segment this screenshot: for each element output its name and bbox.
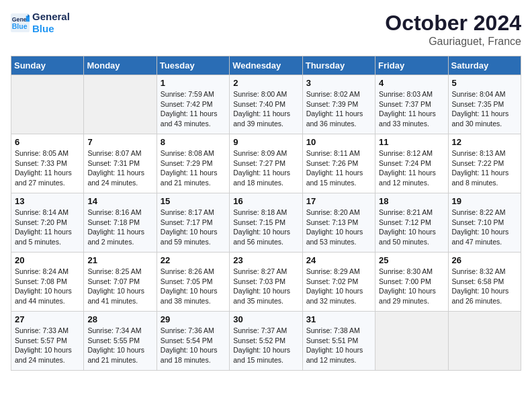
calendar-week-3: 13Sunrise: 8:14 AM Sunset: 7:20 PM Dayli… (11, 193, 521, 253)
calendar-cell: 31Sunrise: 7:38 AM Sunset: 5:51 PM Dayli… (302, 312, 375, 371)
cell-info: Sunrise: 7:37 AM Sunset: 5:52 PM Dayligh… (233, 326, 298, 365)
day-number: 12 (452, 137, 517, 147)
calendar-cell (84, 75, 157, 134)
month-title: October 2024 (385, 11, 521, 36)
cell-info: Sunrise: 7:33 AM Sunset: 5:57 PM Dayligh… (15, 326, 80, 365)
calendar-week-5: 27Sunrise: 7:33 AM Sunset: 5:57 PM Dayli… (11, 312, 521, 371)
cell-info: Sunrise: 8:24 AM Sunset: 7:08 PM Dayligh… (15, 267, 80, 306)
day-number: 17 (306, 196, 371, 206)
calendar-table: SundayMondayTuesdayWednesdayThursdayFrid… (11, 56, 521, 371)
calendar-cell: 26Sunrise: 8:32 AM Sunset: 6:58 PM Dayli… (448, 253, 521, 312)
title-block: October 2024 Gauriaguet, France (385, 11, 521, 48)
day-number: 9 (233, 137, 298, 147)
cell-info: Sunrise: 8:20 AM Sunset: 7:13 PM Dayligh… (306, 208, 371, 247)
cell-info: Sunrise: 8:04 AM Sunset: 7:35 PM Dayligh… (452, 89, 517, 129)
svg-text:Blue: Blue (12, 22, 28, 30)
day-number: 31 (306, 314, 371, 324)
cell-info: Sunrise: 8:14 AM Sunset: 7:20 PM Dayligh… (15, 208, 80, 247)
calendar-cell: 1Sunrise: 7:59 AM Sunset: 7:42 PM Daylig… (157, 75, 229, 134)
calendar-cell: 5Sunrise: 8:04 AM Sunset: 7:35 PM Daylig… (448, 75, 521, 134)
day-header-saturday: Saturday (448, 56, 521, 75)
cell-info: Sunrise: 8:00 AM Sunset: 7:40 PM Dayligh… (233, 89, 298, 129)
cell-info: Sunrise: 8:16 AM Sunset: 7:18 PM Dayligh… (87, 208, 152, 247)
day-number: 4 (379, 78, 444, 88)
logo-general: General (32, 11, 70, 23)
calendar-cell: 12Sunrise: 8:13 AM Sunset: 7:22 PM Dayli… (448, 134, 521, 193)
calendar-cell: 20Sunrise: 8:24 AM Sunset: 7:08 PM Dayli… (11, 253, 84, 312)
day-number: 3 (306, 78, 371, 88)
day-number: 2 (233, 78, 298, 88)
calendar-cell: 6Sunrise: 8:05 AM Sunset: 7:33 PM Daylig… (11, 134, 84, 193)
calendar-header-row: SundayMondayTuesdayWednesdayThursdayFrid… (11, 56, 521, 75)
day-number: 19 (452, 196, 517, 206)
day-number: 8 (161, 137, 226, 147)
cell-info: Sunrise: 8:27 AM Sunset: 7:03 PM Dayligh… (233, 267, 298, 306)
calendar-cell (11, 75, 84, 134)
day-number: 15 (161, 196, 226, 206)
calendar-week-4: 20Sunrise: 8:24 AM Sunset: 7:08 PM Dayli… (11, 253, 521, 312)
cell-info: Sunrise: 8:12 AM Sunset: 7:24 PM Dayligh… (379, 148, 444, 188)
day-number: 11 (379, 137, 444, 147)
calendar-cell: 16Sunrise: 8:18 AM Sunset: 7:15 PM Dayli… (230, 193, 302, 253)
cell-info: Sunrise: 8:07 AM Sunset: 7:31 PM Dayligh… (87, 148, 152, 188)
cell-info: Sunrise: 8:03 AM Sunset: 7:37 PM Dayligh… (379, 89, 444, 129)
calendar-cell: 18Sunrise: 8:21 AM Sunset: 7:12 PM Dayli… (375, 193, 448, 253)
cell-info: Sunrise: 8:17 AM Sunset: 7:17 PM Dayligh… (161, 208, 226, 247)
cell-info: Sunrise: 8:25 AM Sunset: 7:07 PM Dayligh… (87, 267, 152, 306)
calendar-cell: 21Sunrise: 8:25 AM Sunset: 7:07 PM Dayli… (84, 253, 157, 312)
cell-info: Sunrise: 7:34 AM Sunset: 5:55 PM Dayligh… (87, 326, 152, 365)
day-number: 20 (15, 255, 80, 265)
calendar-week-1: 1Sunrise: 7:59 AM Sunset: 7:42 PM Daylig… (11, 75, 521, 134)
day-number: 22 (161, 255, 226, 265)
day-header-monday: Monday (84, 56, 157, 75)
cell-info: Sunrise: 8:02 AM Sunset: 7:39 PM Dayligh… (306, 89, 371, 129)
cell-info: Sunrise: 8:22 AM Sunset: 7:10 PM Dayligh… (452, 208, 517, 247)
calendar-cell: 27Sunrise: 7:33 AM Sunset: 5:57 PM Dayli… (11, 312, 84, 371)
calendar-cell: 25Sunrise: 8:30 AM Sunset: 7:00 PM Dayli… (375, 253, 448, 312)
day-number: 24 (306, 255, 371, 265)
day-number: 1 (161, 78, 226, 88)
day-number: 18 (379, 196, 444, 206)
day-header-sunday: Sunday (11, 56, 84, 75)
day-number: 13 (15, 196, 80, 206)
cell-info: Sunrise: 8:32 AM Sunset: 6:58 PM Dayligh… (452, 267, 517, 306)
calendar-cell: 13Sunrise: 8:14 AM Sunset: 7:20 PM Dayli… (11, 193, 84, 253)
calendar-cell: 17Sunrise: 8:20 AM Sunset: 7:13 PM Dayli… (302, 193, 375, 253)
calendar-cell: 7Sunrise: 8:07 AM Sunset: 7:31 PM Daylig… (84, 134, 157, 193)
cell-info: Sunrise: 8:05 AM Sunset: 7:33 PM Dayligh… (15, 148, 80, 188)
cell-info: Sunrise: 8:21 AM Sunset: 7:12 PM Dayligh… (379, 208, 444, 247)
day-number: 29 (161, 314, 226, 324)
calendar-cell (375, 312, 448, 371)
cell-info: Sunrise: 7:38 AM Sunset: 5:51 PM Dayligh… (306, 326, 371, 365)
day-number: 6 (15, 137, 80, 147)
calendar-cell: 14Sunrise: 8:16 AM Sunset: 7:18 PM Dayli… (84, 193, 157, 253)
logo: General Blue General Blue (11, 11, 70, 35)
cell-info: Sunrise: 8:26 AM Sunset: 7:05 PM Dayligh… (161, 267, 226, 306)
cell-info: Sunrise: 8:30 AM Sunset: 7:00 PM Dayligh… (379, 267, 444, 306)
calendar-cell: 3Sunrise: 8:02 AM Sunset: 7:39 PM Daylig… (302, 75, 375, 134)
calendar-week-2: 6Sunrise: 8:05 AM Sunset: 7:33 PM Daylig… (11, 134, 521, 193)
calendar-cell: 4Sunrise: 8:03 AM Sunset: 7:37 PM Daylig… (375, 75, 448, 134)
day-header-tuesday: Tuesday (157, 56, 229, 75)
calendar-cell: 29Sunrise: 7:36 AM Sunset: 5:54 PM Dayli… (157, 312, 229, 371)
day-number: 14 (87, 196, 152, 206)
day-number: 28 (87, 314, 152, 324)
day-number: 26 (452, 255, 517, 265)
cell-info: Sunrise: 8:09 AM Sunset: 7:27 PM Dayligh… (233, 148, 298, 188)
day-header-thursday: Thursday (302, 56, 375, 75)
calendar-cell: 30Sunrise: 7:37 AM Sunset: 5:52 PM Dayli… (230, 312, 302, 371)
day-number: 25 (379, 255, 444, 265)
calendar-cell: 22Sunrise: 8:26 AM Sunset: 7:05 PM Dayli… (157, 253, 229, 312)
calendar-body: 1Sunrise: 7:59 AM Sunset: 7:42 PM Daylig… (11, 75, 521, 371)
day-number: 21 (87, 255, 152, 265)
cell-info: Sunrise: 7:59 AM Sunset: 7:42 PM Dayligh… (161, 89, 226, 129)
location: Gauriaguet, France (385, 36, 521, 48)
calendar-cell: 10Sunrise: 8:11 AM Sunset: 7:26 PM Dayli… (302, 134, 375, 193)
logo-icon: General Blue (11, 13, 30, 32)
cell-info: Sunrise: 8:13 AM Sunset: 7:22 PM Dayligh… (452, 148, 517, 188)
calendar-cell: 11Sunrise: 8:12 AM Sunset: 7:24 PM Dayli… (375, 134, 448, 193)
calendar-cell: 23Sunrise: 8:27 AM Sunset: 7:03 PM Dayli… (230, 253, 302, 312)
day-number: 10 (306, 137, 371, 147)
calendar-cell: 9Sunrise: 8:09 AM Sunset: 7:27 PM Daylig… (230, 134, 302, 193)
day-header-wednesday: Wednesday (230, 56, 302, 75)
